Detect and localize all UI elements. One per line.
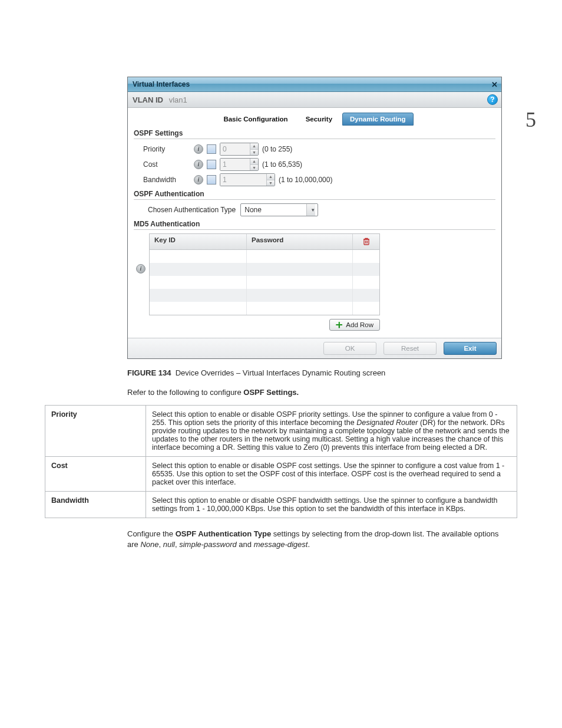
bandwidth-hint: (1 to 10,000,000)	[279, 176, 332, 184]
auth-options: None	[140, 540, 158, 549]
setting-name: Bandwidth	[45, 492, 146, 518]
cost-spinner[interactable]: ▲▼	[220, 158, 259, 171]
reset-button[interactable]: Reset	[384, 342, 437, 355]
table-row[interactable]	[150, 250, 379, 263]
figure-label: FIGURE 134	[127, 368, 171, 377]
cost-input[interactable]	[220, 159, 250, 170]
page-number: 5	[525, 107, 536, 132]
close-icon[interactable]: ✕	[491, 80, 498, 89]
chevron-down-icon: ▼	[306, 204, 315, 216]
cost-label: Cost	[143, 160, 190, 169]
bandwidth-checkbox[interactable]	[207, 175, 216, 185]
priority-input[interactable]	[220, 143, 250, 155]
md5-col-keyid[interactable]: Key ID	[150, 234, 247, 249]
setting-description: Select this option to enable or disable …	[146, 406, 517, 457]
svg-rect-0	[364, 239, 369, 245]
cost-checkbox[interactable]	[207, 160, 216, 169]
info-icon[interactable]: i	[194, 175, 203, 185]
priority-label: Priority	[143, 145, 190, 153]
virtual-interfaces-dialog: Virtual Interfaces ✕ VLAN ID vlan1 ? Bas…	[127, 77, 502, 359]
bandwidth-label: Bandwidth	[143, 176, 190, 184]
ospf-settings-heading: OSPF Settings	[134, 129, 495, 139]
vlan-id-value: vlan1	[169, 95, 187, 104]
dialog-title: Virtual Interfaces	[133, 80, 190, 88]
exit-button[interactable]: Exit	[444, 342, 497, 355]
ospf-settings-description-table: Priority Select this option to enable or…	[45, 405, 517, 518]
table-row: Cost Select this option to enable or dis…	[45, 457, 517, 492]
auth-type-select[interactable]: None ▼	[240, 203, 318, 216]
tab-basic-configuration[interactable]: Basic Configuration	[216, 113, 295, 126]
spinner-buttons[interactable]: ▲▼	[250, 159, 258, 170]
bandwidth-spinner[interactable]: ▲▼	[220, 173, 275, 186]
bandwidth-input[interactable]	[220, 174, 266, 186]
cost-row: Cost i ▲▼ (1 to 65,535)	[143, 158, 495, 171]
setting-name: Priority	[45, 406, 146, 457]
intro-pre: Refer to the following to configure	[127, 388, 243, 397]
info-icon[interactable]: i	[194, 144, 203, 154]
priority-row: Priority i ▲▼ (0 to 255)	[143, 143, 495, 156]
table-row: Bandwidth Select this option to enable o…	[45, 492, 517, 518]
tab-dynamic-routing[interactable]: Dynamic Routing	[342, 113, 414, 126]
setting-description: Select this option to enable or disable …	[146, 457, 517, 492]
figure-caption: FIGURE 134 Device Overrides – Virtual In…	[127, 368, 538, 377]
table-row[interactable]	[150, 289, 379, 302]
add-row-label: Add Row	[346, 321, 373, 328]
ok-button[interactable]: OK	[323, 342, 376, 355]
md5-col-delete	[353, 234, 379, 249]
tab-security[interactable]: Security	[298, 113, 340, 126]
info-icon[interactable]: i	[194, 160, 203, 169]
ospf-auth-heading: OSPF Authentication	[134, 190, 495, 200]
vlan-id-text: VLAN ID vlan1	[133, 95, 187, 104]
priority-spinner[interactable]: ▲▼	[220, 143, 259, 156]
info-icon[interactable]: i	[136, 264, 146, 274]
auth-type-label: Chosen Authentication Type	[148, 206, 236, 214]
dialog-footer: OK Reset Exit	[128, 338, 501, 358]
intro-bold: OSPF Settings.	[243, 388, 299, 397]
table-row[interactable]	[150, 302, 379, 315]
spinner-buttons[interactable]: ▲▼	[250, 143, 258, 155]
add-row-button[interactable]: Add Row	[329, 319, 380, 331]
priority-checkbox[interactable]	[207, 144, 216, 154]
md5-heading: MD5 Authentication	[134, 220, 495, 230]
md5-col-password[interactable]: Password	[247, 234, 353, 249]
md5-table-body	[150, 250, 379, 315]
setting-name: Cost	[45, 457, 146, 492]
figure-text: Device Overrides – Virtual Interfaces Dy…	[176, 368, 386, 377]
intro-text: Refer to the following to configure OSPF…	[127, 388, 538, 397]
bandwidth-row: Bandwidth i ▲▼ (1 to 10,000,000)	[143, 173, 495, 186]
trash-icon	[362, 237, 371, 246]
vlan-id-label: VLAN ID	[133, 95, 163, 104]
md5-table: Key ID Password	[149, 233, 380, 315]
auth-paragraph: Configure the OSPF Authentication Type s…	[127, 529, 503, 549]
table-row[interactable]	[150, 276, 379, 289]
table-row: Priority Select this option to enable or…	[45, 406, 517, 457]
auth-type-row: Chosen Authentication Type None ▼	[148, 203, 495, 216]
table-row[interactable]	[150, 263, 379, 276]
spinner-buttons[interactable]: ▲▼	[266, 174, 275, 186]
tab-row: Basic Configuration Security Dynamic Rou…	[134, 113, 495, 126]
help-icon[interactable]: ?	[487, 94, 498, 105]
setting-description: Select this option to enable or disable …	[146, 492, 517, 518]
auth-type-value: None	[244, 206, 262, 214]
plus-icon	[336, 322, 342, 328]
cost-hint: (1 to 65,535)	[262, 160, 302, 169]
priority-hint: (0 to 255)	[262, 145, 292, 153]
